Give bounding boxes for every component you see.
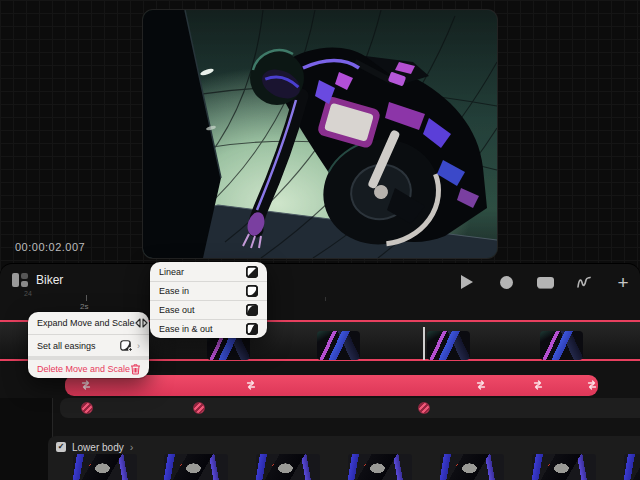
loop-icon: [244, 378, 258, 392]
easing-option-ease-in[interactable]: Ease in: [150, 281, 267, 300]
animation-canvas[interactable]: [143, 10, 497, 258]
easing-option-linear[interactable]: Linear: [150, 262, 267, 281]
menu-item-trailing: [130, 363, 141, 375]
menu-item-trailing: ›: [120, 340, 140, 352]
menu-item-label: Delete Move and Scale: [37, 364, 130, 374]
frame-thumbnail[interactable]: [440, 454, 504, 480]
easing-keyframe-dot[interactable]: [418, 402, 430, 414]
ruler-tick: [325, 297, 326, 301]
track-gutter: [0, 398, 52, 480]
submenu-chevron-icon: ›: [137, 341, 140, 351]
easing-menu: LinearEase inEase outEase in & out: [150, 262, 267, 338]
easing-option-label: Linear: [159, 267, 184, 277]
menu-item-delete-move-and-scale[interactable]: Delete Move and Scale: [28, 356, 149, 378]
menu-item-trailing: [135, 318, 148, 328]
timeline-toolbar: +: [458, 270, 632, 294]
frame-thumbnail[interactable]: [348, 454, 412, 480]
add-button[interactable]: +: [614, 273, 632, 291]
easing-option-icon: [246, 304, 258, 316]
lower-body-label: Lower body: [72, 442, 124, 453]
lower-body-track[interactable]: ✓ Lower body ›: [48, 436, 640, 480]
menu-item-label: Expand Move and Scale: [37, 318, 135, 328]
ruler-tick: [86, 295, 87, 301]
draw-button[interactable]: [575, 273, 593, 291]
easing-option-label: Ease in: [159, 286, 189, 296]
chevron-right-icon[interactable]: ›: [130, 442, 134, 453]
frame-thumbnail[interactable]: [532, 454, 596, 480]
clip-boundary: [423, 327, 425, 360]
visibility-checkbox[interactable]: ✓: [56, 442, 66, 452]
easing-option-label: Ease out: [159, 305, 195, 315]
playhead-timestamp: 00:00:02.007: [15, 241, 85, 253]
app-window: 00:00:02.007 Biker + 24 2s ✓ Lower body …: [0, 0, 640, 480]
record-button[interactable]: [497, 273, 515, 291]
loop-icon: [585, 378, 599, 392]
frame-thumbnail[interactable]: [73, 454, 137, 480]
menu-item-label: Set all easings: [37, 341, 96, 351]
easing-linear-icon: [246, 266, 258, 278]
scenes-icon: [537, 277, 554, 288]
ruler-seconds-label: 2s: [80, 302, 88, 311]
easing-ease-in-icon: [246, 285, 258, 297]
easing-keyframe-dot[interactable]: [193, 402, 205, 414]
keyframe-strip[interactable]: [60, 398, 640, 418]
frame-thumbnail[interactable]: [624, 454, 640, 480]
easing-option-label: Ease in & out: [159, 324, 213, 334]
frame-thumbnail[interactable]: [540, 331, 583, 360]
easing-option-icon: [246, 266, 258, 278]
frame-thumbnail[interactable]: [164, 454, 228, 480]
track-title[interactable]: Biker: [36, 273, 63, 287]
ruler-frame-label: 24: [24, 290, 32, 297]
trash-icon: [130, 363, 141, 375]
play-icon: [461, 275, 473, 289]
play-button[interactable]: [458, 273, 476, 291]
move-and-scale-bar[interactable]: [65, 375, 598, 396]
loop-icon: [474, 378, 488, 392]
easing-option-ease-out[interactable]: Ease out: [150, 300, 267, 319]
biker-artwork: [143, 10, 497, 258]
easing-option-icon: [246, 323, 258, 335]
context-menu: Expand Move and ScaleSet all easings›Del…: [28, 312, 149, 378]
easing-ease-out-icon: [246, 304, 258, 316]
easing-keyframe-dot[interactable]: [81, 402, 93, 414]
easing-ease-in-out-icon: [246, 323, 258, 335]
scenes-button[interactable]: [536, 273, 554, 291]
menu-item-set-all-easings[interactable]: Set all easings›: [28, 334, 149, 356]
loop-icon: [79, 378, 93, 392]
record-icon: [500, 276, 513, 289]
frame-thumbnail[interactable]: [317, 331, 360, 360]
plus-icon: +: [617, 273, 628, 292]
workspace-background: 00:00:02.007: [0, 0, 640, 272]
easing-option-ease-in-out[interactable]: Ease in & out: [150, 319, 267, 338]
set-easings-icon: [120, 340, 133, 352]
track-group-icon[interactable]: [12, 273, 28, 287]
frame-thumbnail[interactable]: [256, 454, 320, 480]
scribble-icon: [576, 275, 592, 289]
menu-item-expand-move-and-scale[interactable]: Expand Move and Scale: [28, 312, 149, 334]
expand-icon: [135, 318, 148, 328]
easing-option-icon: [246, 285, 258, 297]
frame-thumbnail[interactable]: [427, 331, 470, 360]
loop-icon: [531, 378, 545, 392]
timeline-header: Biker +: [0, 264, 640, 296]
lower-body-header[interactable]: ✓ Lower body ›: [56, 441, 133, 453]
